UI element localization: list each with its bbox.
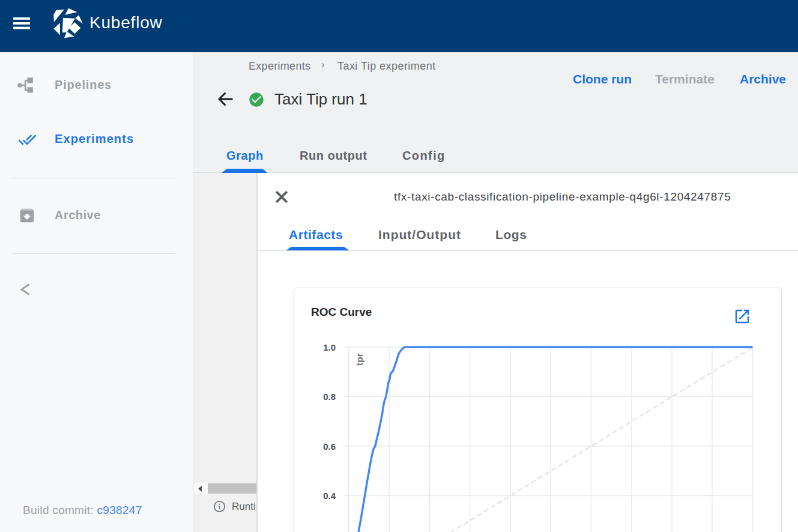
svg-text:tpr: tpr [354, 353, 364, 366]
svg-text:0.4: 0.4 [323, 491, 336, 501]
svg-text:1.0: 1.0 [323, 342, 336, 352]
svg-text:0.8: 0.8 [323, 391, 336, 402]
svg-text:0.6: 0.6 [323, 441, 336, 452]
